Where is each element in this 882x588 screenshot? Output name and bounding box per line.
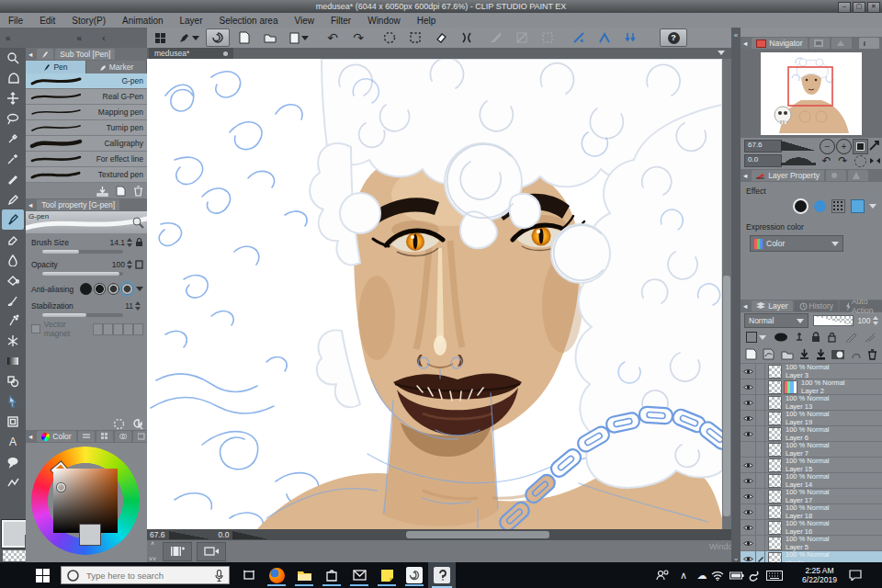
menu-view[interactable]: View (286, 16, 322, 26)
redo-icon[interactable]: ↷ (347, 29, 369, 46)
decoration-tool-icon[interactable] (2, 331, 24, 351)
tab-list-caret-icon[interactable] (718, 51, 725, 55)
onedrive-cloud-icon[interactable]: ☁ (693, 570, 711, 582)
rotate-right-icon[interactable]: ↷ (836, 153, 850, 167)
layer-thumbnail[interactable] (768, 490, 782, 503)
clip-studio-paint-icon[interactable] (428, 562, 456, 588)
grid-icon[interactable] (149, 29, 171, 46)
panel-main-color-swatch[interactable] (79, 524, 101, 546)
help-button[interactable]: ? (660, 28, 687, 47)
aa-strong-option[interactable] (121, 283, 133, 295)
new-subtool-icon[interactable] (116, 186, 126, 197)
transform-icon[interactable] (456, 29, 478, 46)
opacity-option-icon[interactable] (135, 260, 143, 269)
start-button[interactable] (31, 564, 53, 586)
layer-thumbnail[interactable] (768, 412, 782, 425)
layer-visibility-eye[interactable] (741, 473, 756, 488)
airbrush-tool-icon[interactable] (2, 311, 24, 331)
menu-story[interactable]: Story(P) (63, 16, 114, 26)
panel-menu-icon[interactable]: ◂ (28, 50, 32, 59)
delete-layer-icon[interactable] (867, 348, 877, 360)
layer-thumbnail[interactable] (768, 474, 782, 488)
color-slider-tab[interactable] (78, 431, 95, 442)
mail-icon[interactable] (348, 564, 370, 586)
open-file-icon[interactable] (259, 29, 281, 46)
touch-keyboard-icon[interactable] (766, 571, 790, 581)
navigator-tab[interactable]: Navigator (752, 38, 807, 49)
panel-menu-icon[interactable]: ◂ (743, 171, 747, 180)
sticky-notes-icon[interactable] (376, 564, 398, 586)
canvas-rotation-slider[interactable] (232, 531, 269, 539)
navigator-rotation-value[interactable]: 0.0 (744, 154, 782, 167)
subview-tab[interactable] (809, 38, 830, 49)
subtool-item-textured-pen[interactable]: Textured pen (26, 167, 147, 183)
layer-row[interactable]: 100 % NormalLayer 7 (741, 442, 882, 458)
snap-ruler-icon[interactable] (568, 29, 590, 46)
line-correct-tool-icon[interactable] (2, 472, 24, 492)
delete-subtool-icon[interactable] (133, 186, 143, 197)
expression-color-dropdown[interactable]: Color (750, 235, 843, 252)
layer-row[interactable]: 100 % NormalLayer 3 (741, 364, 882, 379)
right-collapse-strip[interactable]: «⌄ (731, 28, 741, 562)
panel-menu-icon[interactable]: ◂ (743, 301, 747, 311)
wand-tool-icon[interactable] (2, 149, 24, 169)
tab-marker[interactable]: Marker (86, 61, 147, 74)
subtool-panel-tab[interactable]: Sub Tool [Pen] (55, 49, 115, 60)
tool-property-tab[interactable]: Tool property [G-pen] (37, 199, 119, 210)
merge-down-icon[interactable] (816, 348, 826, 360)
clock[interactable]: 2:25 AM 6/22/2019 (796, 566, 843, 584)
effect-layer-color-icon[interactable] (851, 199, 865, 213)
fill-tool-icon[interactable] (2, 270, 24, 290)
pencil-tool-icon[interactable] (2, 189, 24, 209)
operation-tool-icon[interactable] (2, 391, 24, 412)
layer-row[interactable]: 100 % NormalLayer 17 (741, 489, 882, 504)
stabilization-value[interactable]: 11 (125, 301, 133, 311)
vector-magnet-checkbox[interactable] (31, 324, 40, 334)
panel-menu-icon[interactable]: ◂ (743, 39, 747, 48)
layer-visibility-eye[interactable] (741, 489, 756, 503)
file-explorer-icon[interactable] (293, 564, 315, 586)
eyedropper-tool-icon[interactable] (2, 129, 24, 149)
tab-history[interactable]: History (795, 300, 838, 311)
navigator-preview[interactable] (741, 50, 882, 138)
layer-opacity-spinner[interactable] (873, 316, 878, 325)
combine-mode-icon[interactable] (746, 332, 766, 343)
layer-visibility-eye-off[interactable] (741, 442, 756, 457)
info-button[interactable]: i (859, 38, 879, 49)
frame-property-tab[interactable] (826, 170, 846, 181)
opacity-spinner[interactable] (127, 260, 133, 269)
collapse-arrow-icon[interactable]: ‹ (102, 33, 105, 43)
layer-row[interactable]: 100 % NormalLayer 15 (741, 458, 882, 473)
battery-icon[interactable] (729, 571, 748, 580)
zoom-tool-icon[interactable] (2, 48, 24, 68)
new-vector-layer-icon[interactable] (763, 348, 775, 360)
figure-tool-icon[interactable] (2, 371, 24, 391)
rotate-left-icon[interactable]: ↶ (820, 153, 833, 167)
subtool-item-mapping-pen[interactable]: Mapping pen (26, 105, 147, 120)
stabilization-slider[interactable] (42, 313, 123, 317)
timeline-collapse[interactable]: ˄˅˅ (147, 540, 158, 562)
subtool-item-real-gpen[interactable]: Real G-Pen (26, 89, 147, 105)
menu-window[interactable]: Window (359, 16, 409, 26)
snap-special-ruler-icon[interactable] (594, 29, 616, 46)
layer-thumbnail[interactable] (768, 505, 782, 519)
layer-visibility-eye[interactable] (741, 426, 756, 441)
brush-size-spinner[interactable] (127, 238, 133, 247)
save-file-icon[interactable] (285, 29, 312, 46)
subtool-item-gpen[interactable]: G-pen (26, 74, 147, 89)
lasso-tool-icon[interactable] (2, 108, 24, 129)
layer-visibility-eye[interactable] (741, 395, 756, 410)
menu-layer[interactable]: Layer (172, 16, 211, 26)
aa-none-option[interactable] (80, 283, 92, 295)
color-wheel-tab[interactable]: Color (37, 431, 75, 442)
task-view-icon[interactable] (238, 564, 260, 586)
effect-tone-icon[interactable] (814, 200, 826, 212)
layer-property-tab[interactable]: Layer Property (752, 170, 824, 181)
fit-to-screen-icon[interactable] (853, 139, 868, 154)
tool-nav-tab[interactable] (848, 170, 868, 181)
layer-thumbnail[interactable] (768, 443, 782, 457)
collapse-left-icon[interactable]: « (6, 33, 11, 43)
brush-size-value[interactable]: 14.1 (109, 238, 125, 247)
collapse-subtool-icon[interactable]: « (77, 33, 83, 43)
new-folder-icon[interactable] (781, 349, 794, 360)
